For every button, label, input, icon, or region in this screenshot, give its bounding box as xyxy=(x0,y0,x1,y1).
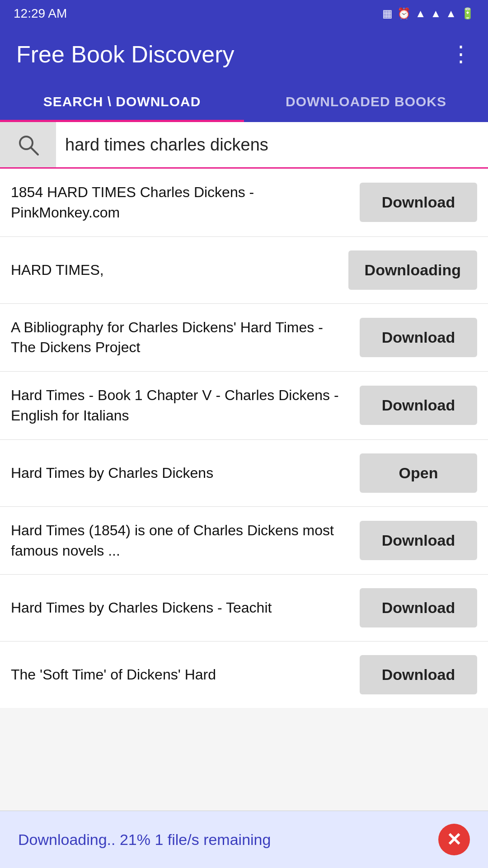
download-button-3[interactable]: Download xyxy=(360,386,477,425)
status-time: 12:29 AM xyxy=(14,6,67,21)
sim-icon: ▦ xyxy=(382,7,393,20)
result-item: Hard Times - Book 1 Chapter V - Charles … xyxy=(0,372,488,440)
result-item: HARD TIMES, Downloading xyxy=(0,237,488,304)
result-title: HARD TIMES, xyxy=(11,260,348,280)
result-title: 1854 HARD TIMES Charles Dickens - PinkMo… xyxy=(11,182,360,223)
open-button-4[interactable]: Open xyxy=(360,453,477,493)
app-bar: Free Book Discovery ⋮ xyxy=(0,27,488,81)
signal2-icon: ▲ xyxy=(446,7,456,20)
result-title: Hard Times by Charles Dickens xyxy=(11,463,360,483)
search-icon xyxy=(16,133,40,156)
tab-search-download[interactable]: SEARCH \ DOWNLOAD xyxy=(0,81,244,122)
result-title: Hard Times (1854) is one of Charles Dick… xyxy=(11,520,360,561)
result-item: Hard Times by Charles Dickens Open xyxy=(0,440,488,507)
tab-downloaded-books[interactable]: DOWNLOADED BOOKS xyxy=(244,81,488,122)
search-input[interactable] xyxy=(56,124,488,165)
app-title: Free Book Discovery xyxy=(16,41,235,68)
result-item: The 'Soft Time' of Dickens' Hard Downloa… xyxy=(0,642,488,708)
close-download-button[interactable]: ✕ xyxy=(438,824,470,855)
download-progress-bar: Downloading.. 21% 1 file/s remaining ✕ xyxy=(0,811,488,868)
status-bar: 12:29 AM ▦ ⏰ ▲ ▲ ▲ 🔋 xyxy=(0,0,488,27)
battery-icon: 🔋 xyxy=(461,7,474,20)
wifi-icon: ▲ xyxy=(415,7,426,20)
downloading-button-1[interactable]: Downloading xyxy=(348,250,477,290)
download-button-5[interactable]: Download xyxy=(360,521,477,560)
result-item: A Bibliography for Charles Dickens' Hard… xyxy=(0,304,488,372)
result-title: The 'Soft Time' of Dickens' Hard xyxy=(11,665,360,685)
download-button-6[interactable]: Download xyxy=(360,588,477,627)
result-item: Hard Times by Charles Dickens - Teachit … xyxy=(0,575,488,642)
search-button[interactable] xyxy=(0,122,56,167)
result-title: Hard Times by Charles Dickens - Teachit xyxy=(11,598,360,618)
tab-bar: SEARCH \ DOWNLOAD DOWNLOADED BOOKS xyxy=(0,81,488,122)
signal-icon: ▲ xyxy=(430,7,441,20)
result-title: A Bibliography for Charles Dickens' Hard… xyxy=(11,317,360,358)
result-item: 1854 HARD TIMES Charles Dickens - PinkMo… xyxy=(0,169,488,237)
results-list: 1854 HARD TIMES Charles Dickens - PinkMo… xyxy=(0,169,488,708)
download-button-7[interactable]: Download xyxy=(360,655,477,694)
download-progress-text: Downloading.. 21% 1 file/s remaining xyxy=(18,831,271,849)
result-item: Hard Times (1854) is one of Charles Dick… xyxy=(0,507,488,575)
alarm-icon: ⏰ xyxy=(397,7,411,20)
download-button-2[interactable]: Download xyxy=(360,318,477,357)
overflow-menu-button[interactable]: ⋮ xyxy=(450,43,472,65)
download-button-0[interactable]: Download xyxy=(360,183,477,222)
status-icons: ▦ ⏰ ▲ ▲ ▲ 🔋 xyxy=(382,7,474,20)
search-bar xyxy=(0,122,488,169)
result-title: Hard Times - Book 1 Chapter V - Charles … xyxy=(11,385,360,426)
svg-line-1 xyxy=(31,147,38,155)
